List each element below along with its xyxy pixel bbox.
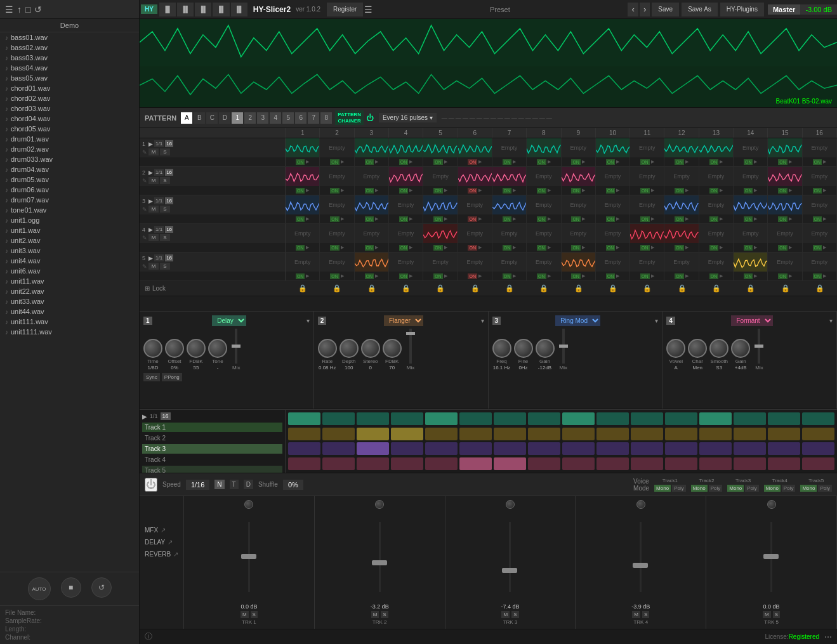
on-btn-1-7[interactable]: ON	[503, 159, 512, 165]
pad-2-7[interactable]	[494, 428, 526, 440]
on-btn-3-8[interactable]: ON	[537, 216, 546, 222]
track-pencil-4[interactable]: ✎	[142, 235, 147, 241]
pad-1-14[interactable]	[734, 412, 766, 425]
play-btn-5-7[interactable]: ▶	[513, 273, 516, 279]
on-btn-1-13[interactable]: ON	[709, 159, 719, 165]
on-btn-4-4[interactable]: ON	[399, 245, 409, 251]
on-btn-2-7[interactable]: ON	[503, 188, 512, 194]
pad-3-7[interactable]	[494, 442, 526, 455]
file-item[interactable]: ♪unit6.wav	[0, 266, 139, 276]
pad-1-7[interactable]	[494, 412, 526, 425]
on-btn-5-7[interactable]: ON	[503, 273, 512, 279]
track-3-cell-12[interactable]	[664, 195, 699, 214]
track-3-cell-5[interactable]	[423, 195, 458, 214]
ch-pan-knob-3[interactable]	[506, 500, 515, 509]
on-btn-3-12[interactable]: ON	[675, 216, 684, 222]
lock-cell-4[interactable]: 🔒	[389, 284, 423, 292]
track-2-cell-8[interactable]: Empty	[527, 167, 561, 186]
play-btn-5-13[interactable]: ▶	[720, 273, 723, 279]
play-btn-1-15[interactable]: ▶	[789, 159, 792, 164]
lock-cell-11[interactable]: 🔒	[630, 284, 664, 292]
play-btn-3-2[interactable]: ▶	[341, 216, 344, 221]
track-4-cell-12[interactable]	[664, 224, 699, 243]
on-btn-3-10[interactable]: ON	[606, 216, 616, 222]
track-5-cell-11[interactable]: Empty	[630, 253, 664, 272]
on-btn-2-10[interactable]: ON	[606, 188, 616, 194]
effect-arrow-1[interactable]: ▾	[306, 317, 310, 324]
ch-s-btn-3[interactable]: S	[511, 611, 518, 618]
register-button[interactable]: Register	[327, 3, 363, 16]
effect-name-3[interactable]: Ring Mod	[555, 315, 600, 326]
track-3-cell-11[interactable]: Empty	[630, 195, 664, 214]
play-btn-3-7[interactable]: ▶	[513, 216, 516, 221]
on-btn-5-8[interactable]: ON	[537, 273, 546, 279]
pad-3-2[interactable]	[322, 442, 355, 455]
knob-4-2[interactable]	[688, 339, 707, 358]
on-btn-3-13[interactable]: ON	[709, 216, 719, 222]
pattern-num-7[interactable]: 7	[308, 112, 319, 124]
lock-icon-15[interactable]: 🔒	[781, 284, 790, 292]
track-2-cell-3[interactable]: Empty	[355, 167, 389, 186]
file-item[interactable]: ♪bass04.wav	[0, 63, 139, 73]
track-item-1[interactable]: Track 1	[142, 423, 282, 432]
tab-eq5[interactable]: ▐▌	[231, 3, 247, 16]
play-btn-4-2[interactable]: ▶	[341, 245, 344, 250]
ch-m-btn-5[interactable]: M	[763, 611, 771, 618]
knob-3-2[interactable]	[514, 339, 533, 358]
on-btn-3-1[interactable]: ON	[296, 216, 305, 222]
ch-fader-handle-2[interactable]	[372, 560, 387, 565]
pad-1-9[interactable]	[562, 412, 595, 425]
pattern-letter-c[interactable]: C	[206, 112, 218, 124]
ch-pan-knob-5[interactable]	[767, 500, 776, 509]
track-1-cell-2[interactable]: Empty	[320, 138, 354, 157]
track-4-cell-6[interactable]: Empty	[458, 224, 492, 243]
pad-3-3[interactable]	[357, 442, 389, 455]
play-btn-1-11[interactable]: ▶	[651, 159, 654, 164]
track-2-cell-14[interactable]: Empty	[734, 167, 768, 186]
track-1-cell-5[interactable]	[423, 138, 458, 157]
effect-name-4[interactable]: Formant	[731, 315, 773, 326]
file-item[interactable]: ♪drum02.wav	[0, 144, 139, 154]
fader-handle-3[interactable]	[559, 345, 568, 348]
play-btn-4-6[interactable]: ▶	[478, 245, 482, 250]
mono-btn-4[interactable]: Mono	[764, 485, 781, 492]
play-btn-4-5[interactable]: ▶	[444, 245, 447, 250]
track-1-cell-10[interactable]	[596, 138, 630, 157]
file-item[interactable]: ♪bass02.wav	[0, 43, 139, 53]
hy-plugins-button[interactable]: HY-Plugins	[720, 3, 764, 16]
menu2-icon[interactable]: ☰	[364, 4, 372, 15]
on-btn-1-16[interactable]: ON	[813, 159, 822, 165]
lock-icon-16[interactable]: 🔒	[815, 284, 824, 292]
track-item-2[interactable]: Track 2	[142, 433, 282, 443]
power-button[interactable]: ⏻	[145, 478, 157, 492]
n-button[interactable]: N	[214, 480, 224, 489]
on-btn-5-5[interactable]: ON	[433, 273, 443, 279]
pad-3-6[interactable]	[459, 442, 492, 455]
play-btn-5-6[interactable]: ▶	[478, 273, 482, 279]
on-btn-1-4[interactable]: ON	[399, 159, 409, 165]
play-btn-3-3[interactable]: ▶	[375, 216, 378, 221]
knob-2-4[interactable]	[383, 339, 402, 358]
track-pencil-3[interactable]: ✎	[142, 206, 147, 213]
track-3-cell-14[interactable]	[734, 195, 768, 214]
track-mute-3[interactable]: M	[148, 206, 159, 213]
pad-3-4[interactable]	[391, 442, 423, 455]
save-button[interactable]: Save	[652, 3, 679, 16]
on-btn-2-2[interactable]: ON	[330, 188, 339, 194]
knob-3-3[interactable]	[536, 339, 555, 358]
poly-btn-3[interactable]: Poly	[745, 485, 759, 492]
track-4-cell-9[interactable]: Empty	[562, 224, 596, 243]
track-1-cell-13[interactable]	[699, 138, 734, 157]
on-btn-4-5[interactable]: ON	[433, 245, 443, 251]
pad-2-4[interactable]	[391, 428, 423, 440]
mono-btn-5[interactable]: Mono	[800, 485, 817, 492]
track-4-cell-5[interactable]	[423, 224, 458, 243]
play-btn-3-9[interactable]: ▶	[582, 216, 585, 221]
play-btn-1-5[interactable]: ▶	[444, 159, 447, 164]
track-5-cell-9[interactable]	[562, 253, 596, 272]
play-btn-2-8[interactable]: ▶	[548, 188, 551, 193]
play-btn-5-11[interactable]: ▶	[651, 273, 654, 279]
track-4-cell-14[interactable]: Empty	[734, 224, 768, 243]
pad-4-9[interactable]	[562, 457, 595, 470]
track-5-cell-16[interactable]: Empty	[803, 253, 837, 272]
